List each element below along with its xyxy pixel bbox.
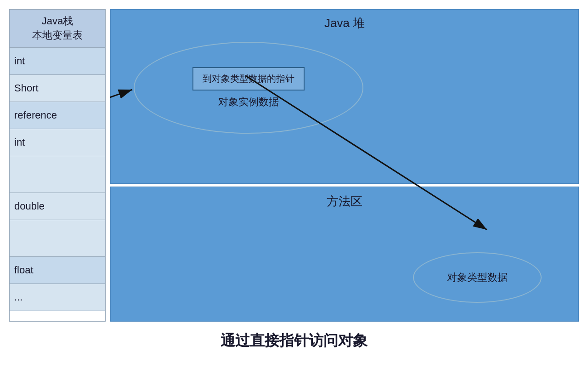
- left-panel: Java栈 本地变量表 int Short reference int doub…: [9, 9, 106, 322]
- pointer-box: 到对象类型数据的指针: [192, 67, 305, 91]
- list-item: int: [10, 48, 105, 75]
- method-title: 方法区: [111, 187, 578, 216]
- list-item: reference: [10, 102, 105, 129]
- list-item: float: [10, 257, 105, 284]
- list-item: Short: [10, 75, 105, 102]
- heap-area: Java 堆 到对象类型数据的指针 对象实例数据: [110, 9, 579, 184]
- object-instance-ellipse: 到对象类型数据的指针 对象实例数据: [134, 42, 363, 134]
- left-panel-header: Java栈 本地变量表: [10, 10, 105, 48]
- bottom-title: 通过直接指针访问对象: [220, 331, 368, 351]
- instance-label: 对象实例数据: [218, 95, 279, 109]
- heap-title: Java 堆: [111, 10, 578, 37]
- right-panel: Java 堆 到对象类型数据的指针 对象实例数据 方法区 对象类型数据: [110, 9, 579, 322]
- list-item: double: [10, 193, 105, 220]
- type-label: 对象类型数据: [447, 271, 508, 284]
- list-item: ...: [10, 284, 105, 311]
- method-area: 方法区 对象类型数据: [110, 187, 579, 322]
- list-item-empty: [10, 156, 105, 193]
- main-container: Java栈 本地变量表 int Short reference int doub…: [9, 9, 579, 322]
- list-item: int: [10, 129, 105, 156]
- list-item-empty: [10, 220, 105, 257]
- object-type-ellipse: 对象类型数据: [413, 252, 542, 303]
